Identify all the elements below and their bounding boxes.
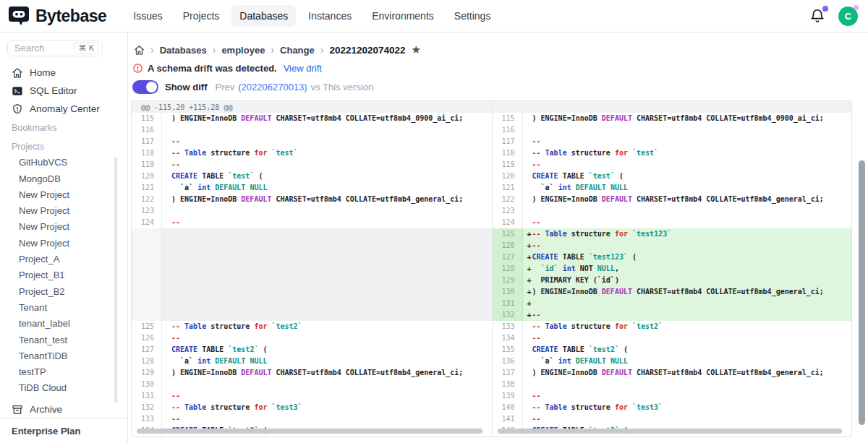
sidebar-project-item[interactable]: Project_B2 <box>0 283 127 299</box>
sidebar-project-item[interactable]: Project_A <box>0 251 127 267</box>
diff-line-added: 127+CREATE TABLE `test123` ( <box>493 251 852 263</box>
diff-line: 135CREATE TABLE `test2` ( <box>493 344 852 356</box>
drift-message: A schema drift was detected. <box>148 63 277 74</box>
line-number: 128 <box>132 356 162 367</box>
diff-prefix <box>523 390 532 402</box>
line-number: 118 <box>132 147 162 159</box>
sidebar-item-label: Archive <box>30 404 62 415</box>
nav-databases[interactable]: Databases <box>231 5 296 27</box>
sidebar-project-item[interactable]: TenantTiDB <box>0 348 127 364</box>
sidebar-scrollbar[interactable] <box>114 157 117 403</box>
code-text: `id` int NOT NULL, <box>532 263 619 275</box>
breadcrumb-item[interactable]: Change <box>280 45 315 56</box>
diff-pane-current: 115) ENGINE=InnoDB DEFAULT CHARSET=utf8m… <box>492 101 852 436</box>
nav-settings[interactable]: Settings <box>446 5 499 27</box>
diff-line: 119-- <box>493 159 852 171</box>
diff-prefix <box>523 182 532 194</box>
show-diff-toggle[interactable] <box>132 80 158 94</box>
bytebase-logo[interactable]: Bytebase <box>7 4 106 27</box>
horizontal-scrollbar[interactable] <box>137 429 482 434</box>
sidebar-item-archive[interactable]: Archive <box>0 400 127 418</box>
line-number: 135 <box>493 344 523 356</box>
diff-prefix: + <box>523 275 532 286</box>
diff-line: 123 <box>132 205 492 217</box>
diff-line: 128 `a` int DEFAULT NULL <box>132 356 492 367</box>
sidebar-project-item[interactable]: New Project <box>0 186 127 202</box>
line-number: 125 <box>132 321 162 332</box>
line-number: 115 <box>493 113 523 124</box>
diff-prefix <box>162 344 171 356</box>
line-number: 116 <box>493 124 523 136</box>
diff-line: 118-- Table structure for `test` <box>493 147 852 159</box>
diff-prefix <box>162 147 171 159</box>
line-number: 133 <box>493 321 523 332</box>
line-number: 133 <box>132 413 162 425</box>
main-nav: IssuesProjectsDatabasesInstancesEnvironm… <box>125 5 498 27</box>
code-text: -- <box>532 390 541 402</box>
diff-prefix <box>523 124 532 136</box>
nav-instances[interactable]: Instances <box>300 5 359 27</box>
sidebar-project-item[interactable]: testTP <box>0 364 127 379</box>
prev-version-link[interactable]: (202206270013) <box>238 82 307 93</box>
sidebar-project-item[interactable]: TiDB Cloud <box>0 380 127 396</box>
nav-projects[interactable]: Projects <box>175 5 228 27</box>
code-text: CREATE TABLE `test` ( <box>532 171 624 182</box>
diff-prefix <box>162 367 171 379</box>
sidebar-project-item[interactable]: New Project <box>0 219 127 235</box>
notifications-button[interactable] <box>809 8 825 24</box>
code-text: ) ENGINE=InnoDB DEFAULT CHARSET=utf8mb4 … <box>171 194 463 205</box>
breadcrumb-separator: › <box>271 44 274 56</box>
diff-line-added: 130+) ENGINE=InnoDB DEFAULT CHARSET=utf8… <box>493 286 852 298</box>
user-avatar[interactable]: C <box>838 7 858 26</box>
sidebar-item-anomaly-center[interactable]: Anomaly Center <box>0 100 127 118</box>
sidebar-project-item[interactable]: New Project <box>0 203 127 219</box>
diff-line: 124-- <box>493 217 852 228</box>
line-number: 129 <box>132 367 162 379</box>
diff-prefix: + <box>523 240 532 251</box>
search-input[interactable]: Search ⌘ K <box>7 40 103 56</box>
sidebar-project-item[interactable]: Tenant_test <box>0 332 127 348</box>
sidebar-project-item[interactable]: GitHubVCS <box>0 155 127 171</box>
page-scrollbar[interactable] <box>859 160 865 425</box>
diff-prefix: + <box>523 286 532 298</box>
sidebar-project-item[interactable]: Tenant <box>0 299 127 315</box>
horizontal-scrollbar[interactable] <box>498 429 843 434</box>
view-drift-link[interactable]: View drift <box>284 63 322 74</box>
nav-issues[interactable]: Issues <box>125 5 170 27</box>
breadcrumb-home-icon[interactable] <box>134 45 145 56</box>
nav-environments[interactable]: Environments <box>364 5 442 27</box>
sidebar-project-item[interactable]: tenant_label <box>0 316 127 332</box>
breadcrumb-separator: › <box>150 44 154 56</box>
breadcrumb-item[interactable]: 20221202074022 <box>329 45 405 56</box>
diff-line: 133-- Table structure for `test2` <box>493 321 852 332</box>
sidebar-project-item[interactable]: Project_B1 <box>0 267 127 283</box>
code-text: ) ENGINE=InnoDB DEFAULT CHARSET=utf8mb4 … <box>171 113 463 124</box>
diff-line: 139-- <box>493 390 852 402</box>
top-navigation-bar: Bytebase IssuesProjectsDatabasesInstance… <box>0 0 868 33</box>
diff-line: 123 <box>493 205 852 217</box>
plan-badge: Enterprise Plan <box>0 418 127 443</box>
breadcrumb-item[interactable]: employee <box>221 45 265 56</box>
diff-prefix: + <box>523 309 532 321</box>
code-text: CREATE TABLE `test123` ( <box>532 251 637 263</box>
code-text: `a` int DEFAULT NULL <box>171 356 267 367</box>
bookmark-star-icon[interactable]: ★ <box>412 43 421 56</box>
code-text: -- <box>532 413 541 425</box>
diff-line: 136 `a` int DEFAULT NULL <box>493 356 852 367</box>
diff-line-added: 129+ PRIMARY KEY (`id`) <box>493 275 852 286</box>
diff-prefix <box>523 171 532 182</box>
code-text: -- <box>171 332 180 344</box>
line-number: 126 <box>493 240 523 251</box>
sidebar-item-home[interactable]: Home <box>0 64 127 82</box>
sidebar-item-sql-editor[interactable]: SQL Editor <box>0 82 127 100</box>
diff-line-added: 126+-- <box>493 240 852 251</box>
sidebar-section-bookmarks: Bookmarks <box>0 120 127 136</box>
sidebar-project-item[interactable]: MongoDB <box>0 171 127 186</box>
line-number: 117 <box>493 136 523 147</box>
diff-line-added: 128+ `id` int NOT NULL, <box>493 263 852 275</box>
sidebar: Search ⌘ K Home SQL Editor Anomaly Cente… <box>0 33 128 443</box>
diff-prefix <box>162 205 171 217</box>
breadcrumb-item[interactable]: Databases <box>160 45 207 56</box>
diff-line: 117-- <box>493 136 852 147</box>
sidebar-project-item[interactable]: New Project <box>0 235 127 251</box>
